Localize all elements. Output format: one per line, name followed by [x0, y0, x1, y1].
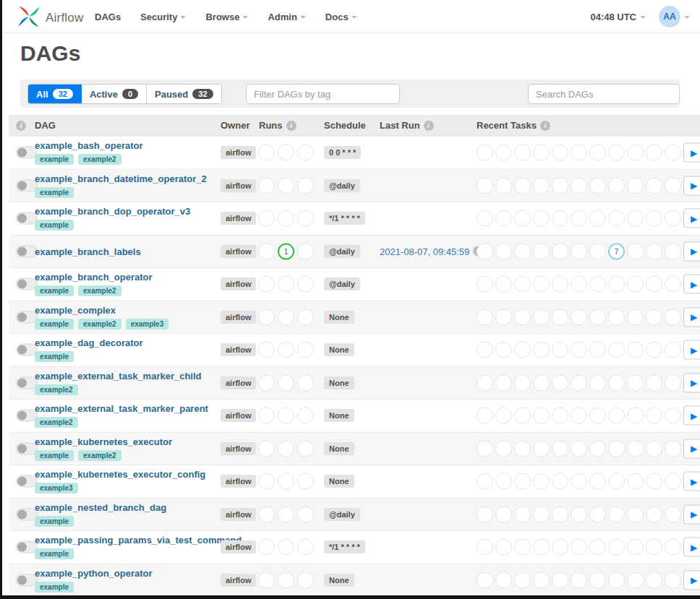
search-input[interactable]	[528, 84, 680, 104]
task-state-circle[interactable]	[278, 506, 294, 522]
task-state-circle[interactable]	[589, 177, 606, 194]
column-header-schedule[interactable]: Schedule	[324, 115, 366, 137]
trigger-dag-button[interactable]: ▶	[683, 439, 700, 458]
trigger-dag-button[interactable]: ▶	[683, 340, 700, 360]
task-state-circle[interactable]	[571, 342, 587, 358]
trigger-dag-button[interactable]: ▶	[683, 307, 700, 327]
dag-tag[interactable]: example	[35, 351, 74, 362]
user-menu[interactable]: AA	[659, 6, 690, 27]
owner-badge[interactable]: airflow	[221, 277, 256, 290]
dag-tag[interactable]: example	[35, 220, 74, 230]
task-state-circle[interactable]	[477, 342, 493, 358]
task-state-circle[interactable]	[552, 473, 568, 490]
task-state-circle[interactable]	[665, 342, 681, 358]
task-state-circle[interactable]	[608, 408, 625, 424]
task-state-circle[interactable]	[552, 210, 568, 227]
task-state-circle[interactable]	[258, 473, 275, 490]
dag-name-link[interactable]: example_kubernetes_executor	[35, 436, 172, 447]
task-state-circle[interactable]	[495, 309, 512, 325]
task-state-circle[interactable]	[589, 243, 606, 259]
task-state-circle[interactable]	[589, 506, 606, 522]
dag-tag[interactable]: example2	[78, 450, 121, 461]
task-state-circle[interactable]	[646, 539, 662, 556]
brand-name[interactable]: Airflow	[46, 11, 83, 25]
task-state-circle[interactable]	[665, 177, 681, 194]
column-header-owner[interactable]: Owner	[221, 115, 249, 137]
dag-name-link[interactable]: example_branch_labels	[35, 246, 141, 257]
task-state-circle[interactable]	[571, 572, 587, 588]
task-state-circle[interactable]	[589, 276, 606, 293]
task-state-circle[interactable]	[608, 342, 625, 358]
task-state-circle[interactable]	[627, 243, 644, 259]
dag-name-link[interactable]: example_bash_operator	[35, 140, 143, 151]
task-state-circle[interactable]	[258, 408, 275, 424]
task-state-circle[interactable]	[627, 210, 644, 227]
schedule-badge[interactable]: None	[324, 311, 354, 324]
avatar[interactable]: AA	[659, 6, 680, 27]
task-state-circle[interactable]	[514, 572, 531, 588]
task-state-circle[interactable]	[665, 276, 681, 293]
task-state-circle[interactable]	[514, 309, 531, 325]
task-state-circle[interactable]	[646, 506, 662, 522]
task-state-circle[interactable]	[589, 473, 606, 490]
task-state-circle[interactable]	[514, 243, 531, 259]
task-state-circle[interactable]	[258, 276, 275, 293]
task-state-circle[interactable]	[258, 210, 275, 227]
task-state-circle[interactable]	[514, 473, 531, 490]
task-state-circle[interactable]	[571, 440, 587, 457]
task-state-circle[interactable]	[627, 473, 644, 490]
task-state-circle[interactable]	[552, 572, 568, 588]
task-state-circle[interactable]	[571, 408, 587, 424]
trigger-dag-button[interactable]: ▶	[683, 241, 700, 261]
task-state-circle[interactable]	[297, 440, 314, 457]
task-state-circle[interactable]	[571, 506, 587, 522]
task-state-circle[interactable]	[627, 506, 644, 522]
task-state-circle[interactable]	[589, 342, 606, 358]
schedule-badge[interactable]: @daily	[324, 277, 360, 290]
dag-tag[interactable]: example	[35, 319, 74, 329]
task-state-circle[interactable]	[258, 374, 275, 391]
task-state-circle[interactable]	[608, 309, 625, 325]
task-state-circle[interactable]	[278, 276, 294, 293]
owner-badge[interactable]: airflow	[221, 409, 256, 422]
owner-badge[interactable]: airflow	[221, 540, 256, 553]
task-state-circle[interactable]	[646, 276, 662, 293]
task-state-circle[interactable]	[477, 440, 493, 457]
dag-tag[interactable]: example3	[35, 483, 78, 494]
task-state-circle[interactable]	[533, 276, 550, 293]
task-state-circle[interactable]	[552, 276, 568, 293]
task-state-circle[interactable]	[477, 276, 493, 293]
task-state-circle[interactable]	[646, 473, 662, 490]
task-state-circle[interactable]	[589, 408, 606, 424]
task-state-circle[interactable]	[646, 309, 662, 325]
schedule-badge[interactable]: @daily	[324, 508, 360, 521]
task-state-circle[interactable]	[514, 145, 531, 161]
task-state-circle[interactable]	[477, 374, 493, 391]
task-state-circle[interactable]	[646, 243, 662, 259]
task-state-circle[interactable]	[552, 374, 568, 391]
dag-tag[interactable]: example2	[35, 417, 78, 428]
dag-tag[interactable]: example	[35, 154, 74, 165]
task-state-circle[interactable]	[297, 473, 314, 490]
task-state-circle[interactable]: 1	[278, 243, 294, 259]
task-state-circle[interactable]	[589, 210, 606, 227]
dag-name-link[interactable]: example_passing_params_via_test_command	[35, 535, 242, 546]
task-state-circle[interactable]	[533, 539, 550, 556]
task-state-circle[interactable]	[258, 145, 275, 161]
dag-tag[interactable]: example	[35, 548, 74, 559]
task-state-circle[interactable]	[258, 572, 275, 588]
task-state-circle[interactable]	[533, 177, 550, 194]
task-state-circle[interactable]	[627, 374, 644, 391]
task-state-circle[interactable]	[608, 145, 625, 161]
dag-name-link[interactable]: example_python_operator	[35, 568, 153, 579]
task-state-circle[interactable]	[533, 145, 550, 161]
task-state-circle[interactable]	[646, 177, 662, 194]
task-state-circle[interactable]	[514, 342, 531, 358]
task-state-circle[interactable]	[571, 539, 587, 556]
dag-tag[interactable]: example	[35, 582, 74, 592]
trigger-dag-button[interactable]: ▶	[683, 275, 700, 294]
schedule-badge[interactable]: None	[324, 574, 354, 587]
tab-active[interactable]: Active0	[82, 85, 147, 103]
task-state-circle[interactable]	[646, 572, 662, 588]
trigger-dag-button[interactable]: ▶	[683, 570, 700, 590]
